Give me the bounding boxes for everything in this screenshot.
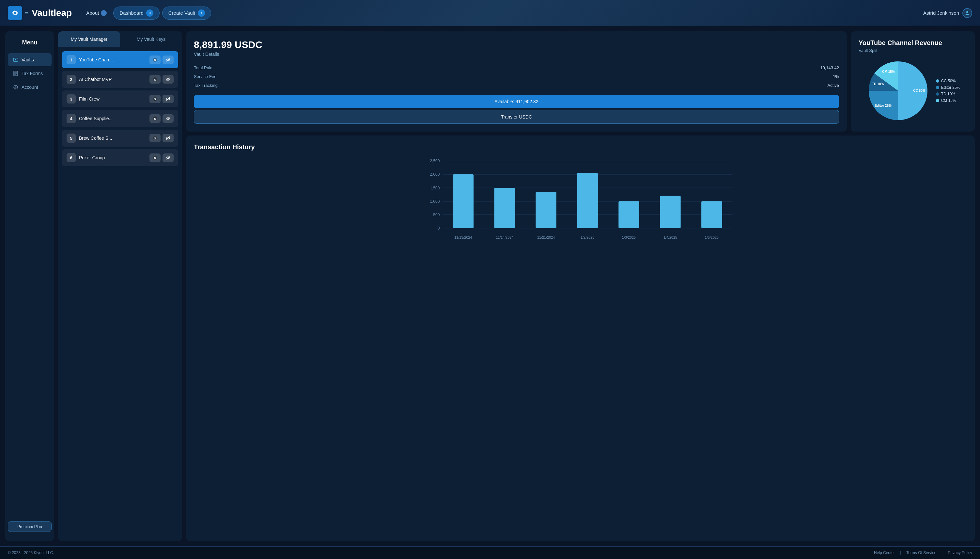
- sidebar-item-vaults[interactable]: Vaults: [8, 53, 51, 66]
- vault-dollar-button[interactable]: $: [150, 114, 160, 123]
- pie-label: CC 50%: [913, 89, 925, 93]
- sidebar-tax-forms-label: Tax Forms: [21, 71, 43, 76]
- sidebar-vaults-label: Vaults: [21, 57, 34, 62]
- vault-list-item[interactable]: 5 Brew Coffee S... $: [62, 130, 178, 147]
- vault-eye-button[interactable]: [163, 134, 173, 142]
- sidebar-top: Menu Vaults Tax Forms: [5, 36, 54, 94]
- vault-detail-rows: Total Paid10,143.42Service Fee1%Tax Trac…: [194, 63, 839, 90]
- detail-value: Active: [828, 83, 839, 88]
- vault-list: 1 YouTube Chan... $ 2: [58, 47, 182, 170]
- about-nav-link[interactable]: About i: [82, 8, 111, 18]
- user-avatar[interactable]: [962, 8, 972, 18]
- vault-eye-button[interactable]: [163, 154, 173, 162]
- x-axis-label: 11/21/2024: [537, 235, 555, 239]
- vault-eye-button[interactable]: [163, 75, 173, 84]
- bar[interactable]: [701, 201, 722, 228]
- vault-actions: $: [150, 134, 173, 142]
- sidebar-title: Menu: [5, 36, 54, 53]
- sidebar-item-tax-forms[interactable]: Tax Forms: [8, 67, 51, 80]
- vault-list-item[interactable]: 1 YouTube Chan... $: [62, 51, 178, 68]
- vault-eye-button[interactable]: [163, 95, 173, 103]
- detail-label: Tax Tracking: [194, 83, 218, 88]
- vault-list-item[interactable]: 6 Poker Group $: [62, 149, 178, 166]
- bar[interactable]: [494, 188, 515, 228]
- svg-point-2: [15, 59, 16, 60]
- vault-detail-row: Tax TrackingActive: [194, 81, 839, 90]
- legend-label: Editor 25%: [941, 85, 960, 90]
- logo-text: ≡ Vaultleap: [25, 8, 72, 18]
- vault-tabs: My Vault Manager My Vault Keys: [58, 31, 182, 47]
- bar[interactable]: [577, 173, 597, 228]
- pie-chart: CC 50%Editor 25%TD 10%CM 15%: [865, 58, 931, 123]
- vault-amount: 8,891.99 USDC: [194, 39, 839, 50]
- x-axis-label: 1/3/2025: [622, 235, 636, 239]
- transfer-usdc-button[interactable]: Transfer USDC: [194, 110, 839, 124]
- sidebar: Menu Vaults Tax Forms: [5, 31, 54, 541]
- y-axis-label: 2,000: [430, 172, 440, 177]
- vault-btn-row: Available: 911,902.32 Transfer USDC: [194, 95, 839, 124]
- bar-chart-container: 05001,0001,5002,0002,50011/13/202411/14/…: [194, 157, 967, 242]
- svg-point-0: [966, 11, 968, 13]
- header: ≡ Vaultleap About i Dashboard ⊕ Create V…: [0, 0, 980, 26]
- footer-privacy[interactable]: Privacy Policy: [948, 551, 972, 555]
- vault-eye-button[interactable]: [163, 56, 173, 64]
- legend-color: [936, 93, 939, 96]
- footer-terms[interactable]: Terms Of Service: [906, 551, 936, 555]
- user-name: Astrid Jenkinson: [923, 10, 959, 16]
- svg-text:$: $: [154, 156, 156, 160]
- vault-detail-row: Total Paid10,143.42: [194, 63, 839, 72]
- vault-name-text: YouTube Chan...: [79, 57, 146, 62]
- x-axis-label: 11/13/2024: [454, 235, 472, 239]
- header-right: Astrid Jenkinson: [923, 8, 972, 18]
- vault-list-item[interactable]: 3 Film Crew $: [62, 91, 178, 108]
- revenue-card: YouTube Channel Revenue Vault Split CC 5…: [851, 31, 975, 132]
- x-axis-label: 1/2/2025: [581, 235, 594, 239]
- available-button[interactable]: Available: 911,902.32: [194, 95, 839, 108]
- bar-chart: 05001,0001,5002,0002,50011/13/202411/14/…: [194, 157, 967, 242]
- dashboard-nav-btn[interactable]: Dashboard ⊕: [113, 7, 159, 20]
- premium-plan-button[interactable]: Premium Plan: [8, 521, 51, 532]
- transaction-card: Transaction History 05001,0001,5002,0002…: [186, 136, 975, 541]
- pie-legend: CC 50%Editor 25%TD 10%CM 15%: [936, 79, 960, 103]
- vault-name-text: Poker Group: [79, 155, 146, 160]
- bar[interactable]: [536, 192, 556, 228]
- bar[interactable]: [619, 201, 639, 228]
- vault-list-item[interactable]: 2 AI Chatbot MVP $: [62, 71, 178, 88]
- x-axis-label: 11/14/2024: [496, 235, 513, 239]
- vault-actions: $: [150, 114, 173, 123]
- detail-value: 1%: [833, 74, 839, 79]
- vault-dollar-button[interactable]: $: [150, 134, 160, 142]
- create-vault-nav-btn[interactable]: Create Vault ✦: [162, 7, 211, 20]
- svg-text:$: $: [154, 78, 156, 81]
- vaults-icon: [13, 57, 18, 62]
- top-row: 8,891.99 USDC Vault Details Total Paid10…: [186, 31, 975, 132]
- vault-dollar-button[interactable]: $: [150, 95, 160, 103]
- tab-vault-manager[interactable]: My Vault Manager: [58, 31, 120, 47]
- about-label: About: [86, 10, 99, 16]
- vault-eye-button[interactable]: [163, 114, 173, 123]
- vault-dollar-button[interactable]: $: [150, 56, 160, 64]
- vault-number: 5: [66, 134, 76, 143]
- logo: ≡ Vaultleap: [8, 6, 72, 20]
- vault-list-item[interactable]: 4 Coffee Supplie... $: [62, 110, 178, 127]
- transaction-title: Transaction History: [194, 143, 967, 151]
- footer-help-center[interactable]: Help Center: [874, 551, 895, 555]
- vault-number: 2: [66, 75, 76, 84]
- tab-vault-keys[interactable]: My Vault Keys: [120, 31, 182, 47]
- details-area: 8,891.99 USDC Vault Details Total Paid10…: [186, 31, 975, 541]
- svg-text:$: $: [154, 98, 156, 101]
- bar[interactable]: [453, 174, 474, 228]
- dashboard-label: Dashboard: [119, 10, 143, 16]
- sidebar-bottom: Premium Plan: [5, 518, 54, 536]
- header-left: ≡ Vaultleap About i Dashboard ⊕ Create V…: [8, 6, 211, 20]
- vault-dollar-button[interactable]: $: [150, 154, 160, 162]
- nav-links: About i Dashboard ⊕ Create Vault ✦: [82, 7, 211, 20]
- main-content: Menu Vaults Tax Forms: [0, 26, 980, 546]
- bar[interactable]: [660, 196, 680, 228]
- vault-dollar-button[interactable]: $: [150, 75, 160, 84]
- vault-actions: $: [150, 154, 173, 162]
- footer-links: Help Center | Terms Of Service | Privacy…: [874, 551, 972, 555]
- vault-name-text: Film Crew: [79, 96, 146, 101]
- sidebar-item-account[interactable]: Account: [8, 81, 51, 94]
- pie-label: CM 15%: [882, 70, 894, 73]
